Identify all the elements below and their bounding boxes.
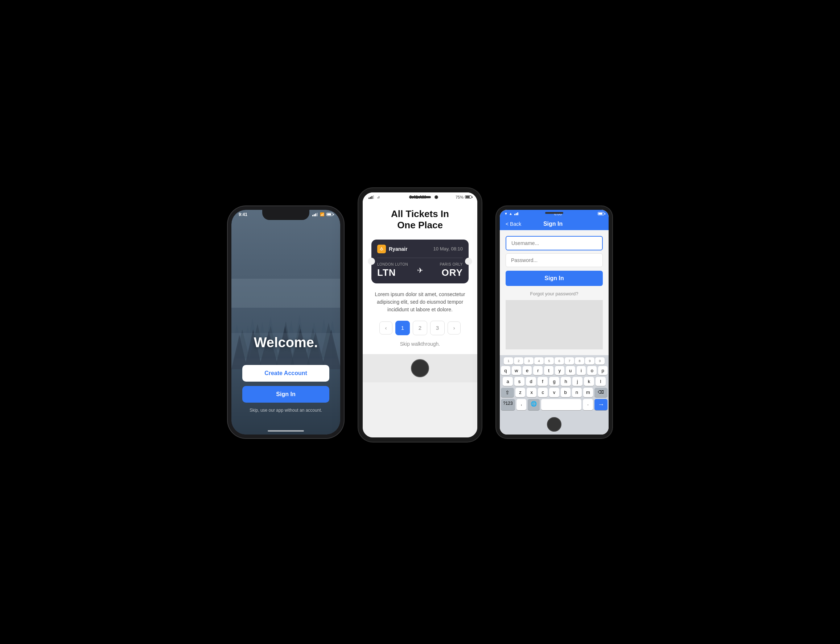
battery-percent: 75%: [456, 195, 463, 199]
forgot-password-link[interactable]: Forgot your password?: [506, 291, 603, 296]
key-7-hint: 7: [565, 357, 574, 365]
key-f[interactable]: f: [537, 377, 548, 386]
numbers-key[interactable]: ?123: [501, 399, 515, 410]
skip-text[interactable]: Skip, use our app without an account.: [250, 408, 322, 413]
key-v[interactable]: v: [549, 388, 559, 397]
battery-icon: [326, 213, 333, 216]
phone-3-status-bar: ▼ ▲ 6:00: [500, 210, 609, 218]
key-2-hint: 2: [514, 357, 523, 365]
skip-walkthrough-btn[interactable]: Skip walkthrough.: [371, 341, 469, 347]
plane-icon: ✈: [417, 266, 423, 275]
key-3-hint: 3: [524, 357, 534, 365]
key-1-hint: 1: [504, 357, 513, 365]
arrival-city-code: ORY: [427, 267, 463, 278]
arrival-city-label: PARIS ORLY: [427, 262, 463, 266]
phone-1-status-bar: 9:41 📶: [231, 212, 340, 217]
airline-name: Ryanair: [389, 246, 407, 252]
key-n[interactable]: n: [572, 388, 582, 397]
globe-key[interactable]: 🌐: [528, 399, 540, 410]
key-h[interactable]: h: [561, 377, 571, 386]
pagination-2[interactable]: 2: [413, 321, 427, 335]
pagination: ‹ 1 2 3 ›: [371, 321, 469, 335]
key-o[interactable]: o: [587, 366, 597, 375]
wifi-icon: 📶: [320, 212, 324, 216]
key-g[interactable]: g: [549, 377, 559, 386]
ryanair-logo: [377, 245, 386, 253]
key-period[interactable]: .: [583, 399, 593, 410]
key-k[interactable]: k: [584, 377, 594, 386]
key-d[interactable]: d: [526, 377, 536, 386]
key-8-hint: 8: [575, 357, 584, 365]
create-account-button[interactable]: Create Account: [242, 365, 329, 382]
phone-3-top-bar: < Back Sign In: [500, 218, 609, 230]
key-z[interactable]: z: [516, 388, 525, 397]
key-x[interactable]: x: [527, 388, 537, 397]
phone-3-bottom: [500, 414, 609, 435]
key-p[interactable]: p: [598, 366, 608, 375]
key-j[interactable]: j: [572, 377, 583, 386]
wifi-icon-2: ⊿: [377, 195, 380, 199]
home-button-2[interactable]: [411, 359, 429, 377]
home-indicator: [268, 430, 304, 432]
signal-icon: [312, 213, 318, 216]
ticket-date: 10 May, 08:10: [433, 246, 463, 251]
key-e[interactable]: e: [523, 366, 532, 375]
space-key[interactable]: [541, 399, 581, 410]
keyboard: 1 2 3 4 5 6 7 8 9 0 q w e r t: [500, 355, 609, 414]
pagination-3[interactable]: 3: [430, 321, 445, 335]
username-input[interactable]: [506, 236, 603, 250]
sign-in-button[interactable]: Sign In: [242, 386, 329, 402]
key-5-hint: 5: [544, 357, 554, 365]
home-button-3[interactable]: [547, 417, 562, 432]
pagination-next[interactable]: ›: [448, 322, 461, 335]
ticket-route: LONDON LUTON LTN ✈ PARIS ORLY ORY: [377, 262, 463, 278]
phones-container: 9:41 📶: [228, 202, 612, 442]
walkthrough-description: Lorem ipsum dolor sit amet, consectetur …: [371, 291, 469, 314]
departure-city-code: LTN: [377, 267, 413, 278]
ticket-notch-right: [465, 258, 472, 265]
pagination-1[interactable]: 1: [395, 321, 410, 335]
key-a[interactable]: a: [503, 377, 513, 386]
key-r[interactable]: r: [533, 366, 543, 375]
phone-2-content: All Tickets In One Place: [363, 201, 477, 354]
key-i[interactable]: i: [576, 366, 586, 375]
go-key[interactable]: →: [595, 399, 608, 410]
key-9-hint: 9: [585, 357, 595, 365]
keyboard-row-2: a s d f g h j k l: [501, 377, 608, 386]
sign-in-title: Sign In: [544, 221, 563, 227]
key-comma[interactable]: ,: [517, 399, 527, 410]
phone-2-camera: [435, 196, 438, 199]
key-y[interactable]: y: [555, 366, 564, 375]
keyboard-row-1: q w e r t y u i o p: [501, 366, 608, 375]
ticket-airline: Ryanair: [377, 245, 407, 253]
ticket-title-line1: All Tickets In: [391, 209, 449, 219]
phone-1-content: Welcome. Create Account Sign In Skip, us…: [231, 335, 340, 435]
route-departure: LONDON LUTON LTN: [377, 262, 413, 278]
welcome-title: Welcome.: [254, 335, 318, 350]
keyboard-row-4: ?123 , 🌐 . →: [501, 399, 608, 410]
key-s[interactable]: s: [514, 377, 524, 386]
key-u[interactable]: u: [566, 366, 575, 375]
key-0-hint: 0: [595, 357, 604, 365]
signal-icon-2: [369, 196, 374, 199]
key-q[interactable]: q: [501, 366, 510, 375]
key-b[interactable]: b: [561, 388, 570, 397]
key-6-hint: 6: [555, 357, 564, 365]
key-m[interactable]: m: [583, 388, 593, 397]
password-input[interactable]: [506, 253, 603, 267]
svg-rect-25: [231, 279, 340, 308]
key-l[interactable]: l: [596, 377, 606, 386]
keyboard-row-3: ⇧ z x c v b n m ⌫: [501, 388, 608, 397]
sign-in-form-button[interactable]: Sign In: [506, 271, 603, 286]
pagination-prev[interactable]: ‹: [379, 322, 392, 335]
signal-icon-3: ▲: [509, 212, 512, 216]
grey-area: [506, 300, 603, 349]
phone-2-status-left: ⊿: [369, 195, 380, 199]
key-w[interactable]: w: [512, 366, 521, 375]
key-c[interactable]: c: [538, 388, 548, 397]
phone-3: ▼ ▲ 6:00: [496, 206, 612, 438]
back-button[interactable]: < Back: [506, 221, 521, 227]
backspace-key[interactable]: ⌫: [595, 388, 608, 397]
shift-key[interactable]: ⇧: [501, 388, 514, 397]
key-t[interactable]: t: [544, 366, 553, 375]
